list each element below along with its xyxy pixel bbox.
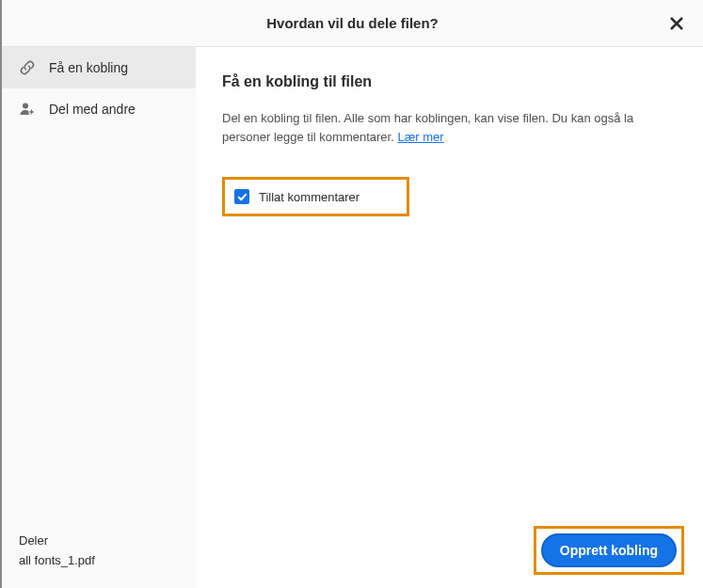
main-panel: Få en kobling til filen Del en kobling t…: [196, 47, 703, 588]
allow-comments-checkbox[interactable]: [234, 189, 249, 204]
person-add-icon: [19, 101, 36, 118]
panel-description: Del en kobling til filen. Alle som har k…: [222, 109, 674, 147]
share-filename: all fonts_1.pdf: [19, 551, 179, 571]
sidebar-item-get-link[interactable]: Få en kobling: [2, 47, 196, 88]
sidebar-footer: Deler all fonts_1.pdf: [19, 532, 179, 571]
svg-point-0: [23, 103, 28, 109]
sidebar-item-share-others[interactable]: Del med andre: [2, 88, 196, 130]
close-button[interactable]: [665, 12, 688, 35]
allow-comments-highlight: Tillat kommentarer: [222, 177, 409, 216]
close-icon: [670, 17, 683, 30]
create-link-highlight: Opprett kobling: [534, 526, 684, 575]
dialog-header: Hvordan vil du dele filen?: [2, 0, 703, 47]
checkmark-icon: [237, 192, 248, 202]
create-link-button[interactable]: Opprett kobling: [541, 533, 677, 567]
sidebar-item-label: Del med andre: [49, 102, 136, 117]
learn-more-link[interactable]: Lær mer: [397, 130, 443, 144]
share-status-label: Deler: [19, 532, 179, 551]
panel-heading: Få en kobling til filen: [222, 73, 677, 90]
sidebar: Få en kobling Del med andre Deler all fo…: [2, 47, 196, 588]
dialog-title: Hvordan vil du dele filen?: [266, 15, 439, 31]
link-icon: [19, 59, 36, 76]
sidebar-item-label: Få en kobling: [49, 60, 128, 75]
allow-comments-label: Tillat kommentarer: [259, 190, 359, 204]
